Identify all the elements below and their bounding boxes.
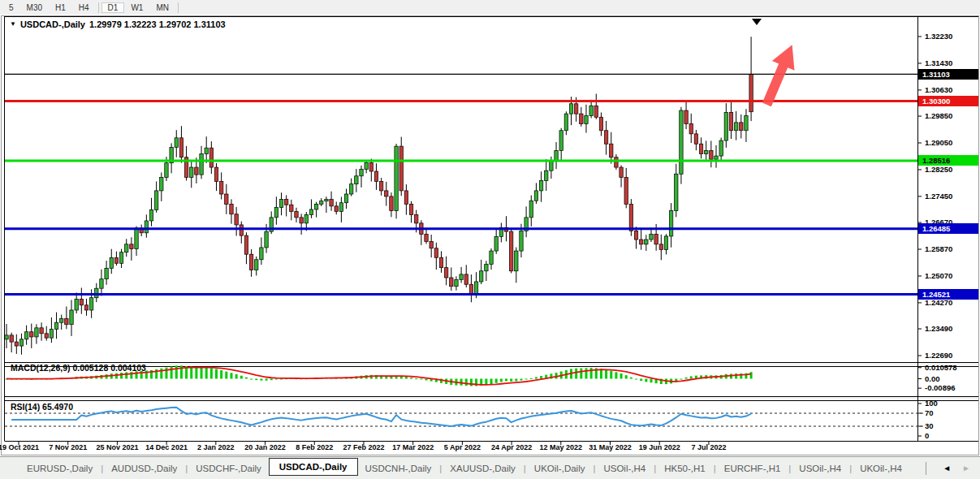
macd-axis-tick: -0.00896 (925, 384, 956, 392)
price-axis-tick: 1.25070 (925, 272, 952, 280)
macd-indicator-label: MACD(12,26,9) 0.005128 0.004103 (11, 363, 146, 373)
tab-scroll-controls: ◄► (926, 462, 980, 475)
price-axis-tick: 1.23490 (925, 325, 952, 333)
date-axis-tick: 17 Mar 2022 (392, 443, 434, 451)
price-axis-tick: 1.22690 (925, 352, 952, 360)
date-axis-tick: 5 Apr 2022 (444, 443, 481, 451)
macd-axis-tick: 0.00 (925, 375, 940, 383)
price-axis-tick: 1.29850 (925, 112, 952, 120)
price-axis-tick: 1.32230 (925, 32, 952, 41)
date-axis-tick: 7 Jul 2022 (691, 443, 726, 451)
rsi-indicator-label: RSI(14) 65.4970 (11, 402, 73, 412)
price-tag-1.30300: 1.30300 (918, 96, 978, 106)
trading-terminal: { "toolbar": { "timeframes": [ {"label":… (0, 0, 980, 479)
rsi-axis-tick: 70 (925, 409, 934, 417)
date-axis-tick: 19 Jun 2022 (639, 443, 680, 451)
date-axis-tick: 8 Feb 2022 (296, 443, 333, 451)
tab-usdcnh-daily[interactable]: USDCNH-,Daily (358, 460, 439, 477)
tab-scroll-right-icon[interactable]: ► (962, 464, 970, 473)
rsi-axis-tick: 100 (925, 399, 938, 408)
price-tag-1.24521: 1.24521 (918, 289, 978, 300)
tab-usoil-h4[interactable]: USOil-,H4 (792, 460, 848, 477)
date-axis-tick: 12 May 2022 (540, 443, 583, 451)
price-axis-tick: 1.30630 (925, 86, 952, 94)
rsi-line (11, 408, 751, 426)
date-axis-tick: 14 Dec 2021 (145, 443, 188, 451)
tab-hk50-h1[interactable]: HK50-,H1 (657, 460, 713, 477)
rsi-axis-tick: 0 (925, 432, 929, 440)
tab-usoil-h4[interactable]: USOil-,H4 (596, 460, 653, 477)
price-axis-tick: 1.31430 (925, 59, 952, 67)
chart-window-border (2, 16, 979, 455)
price-tag-1.26485: 1.26485 (918, 223, 978, 234)
tab-eurchf-h1[interactable]: EURCHF-,H1 (717, 460, 788, 477)
price-axis-tick: 1.24270 (925, 299, 952, 307)
macd-axis-tick: 0.010578 (925, 364, 957, 372)
price-tag-1.28516: 1.28516 (918, 155, 978, 166)
date-axis-tick: 24 Apr 2022 (491, 443, 532, 451)
last-bar-marker (752, 19, 762, 25)
date-axis-tick: 25 Nov 2021 (96, 443, 138, 451)
price-axis-tick: 1.27450 (925, 192, 952, 201)
tab-scroll-left-icon[interactable]: ◄ (943, 464, 951, 473)
tab-usdchf-daily[interactable]: USDCHF-,Daily (188, 460, 269, 477)
chart-canvas (0, 0, 980, 479)
symbol-tabbar: EURUSD-,Daily|AUDUSD-,Daily|USDCHF-,Dail… (0, 456, 980, 479)
date-axis-tick: 31 May 2022 (589, 443, 632, 451)
tab-eurusd-daily[interactable]: EURUSD-,Daily (19, 460, 100, 477)
date-axis-tick: 7 Nov 2021 (49, 443, 87, 451)
chart-dropdown-icon[interactable]: ▼ (10, 21, 16, 28)
price-tag-1.31103: 1.31103 (918, 69, 978, 80)
tabbar-separator (926, 462, 926, 475)
date-axis-tick: 20 Jan 2022 (244, 443, 286, 451)
candlestick-series (5, 37, 753, 354)
price-axis-tick: 1.25870 (925, 245, 952, 253)
tab-ukoil-h4[interactable]: UKOil-,H4 (853, 460, 909, 477)
date-axis-tick: 27 Feb 2022 (343, 443, 384, 451)
rsi-axis-tick: 30 (925, 422, 934, 430)
chart-title: ▼ USDCAD-,Daily 1.29979 1.32223 1.29702 … (10, 19, 226, 29)
chart-symbol-label: USDCAD-,Daily (20, 19, 85, 29)
price-axis-tick: 1.29050 (925, 139, 952, 147)
tab-usdcad-daily[interactable]: USDCAD-,Daily (269, 458, 358, 476)
date-axis-tick: 19 Oct 2021 (0, 443, 39, 451)
chart-ohlc-values: 1.29979 1.32223 1.29702 1.31103 (89, 19, 226, 29)
tab-ukoil-daily[interactable]: UKOil-,Daily (527, 460, 593, 477)
tab-audusd-daily[interactable]: AUDUSD-,Daily (104, 460, 184, 477)
date-axis-tick: 2 Jan 2022 (197, 443, 235, 451)
tab-xauusd-daily[interactable]: XAUUSD-,Daily (443, 460, 523, 477)
price-axis-tick: 1.28250 (925, 166, 952, 174)
